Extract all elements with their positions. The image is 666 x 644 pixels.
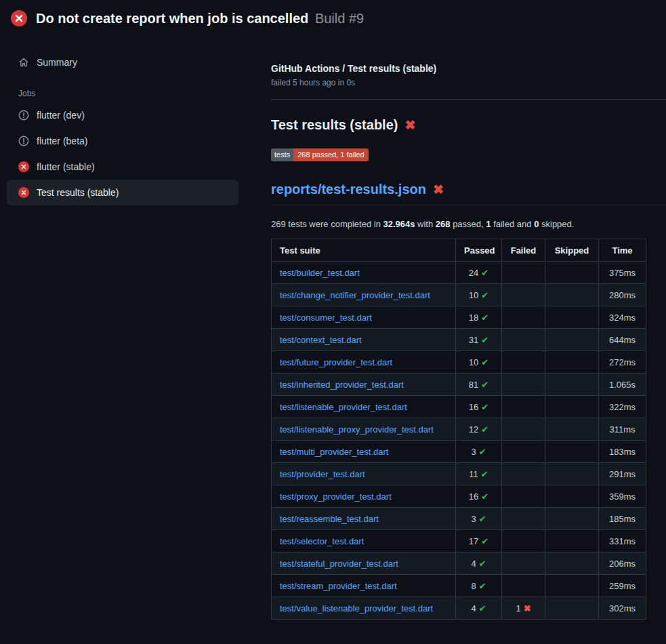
report-file-link[interactable]: reports/test-results.json [271, 182, 426, 197]
suite-cell: test/context_test.dart [272, 329, 456, 351]
passed-cell: 81✔ [456, 374, 502, 396]
divider [271, 99, 666, 100]
check-icon: ✔ [481, 290, 488, 300]
test-suite-link[interactable]: test/reassemble_test.dart [280, 514, 379, 524]
table-row: test/listenable_proxy_provider_test.dart… [272, 418, 646, 441]
job-label: flutter (beta) [37, 136, 87, 146]
test-suite-link[interactable]: test/listenable_provider_test.dart [280, 402, 407, 412]
failed-cell [502, 396, 545, 418]
suite-cell: test/multi_provider_test.dart [272, 441, 456, 463]
test-suite-link[interactable]: test/value_listenable_provider_test.dart [280, 603, 433, 613]
jobs-list: flutter (dev)flutter (beta)flutter (stab… [7, 102, 238, 205]
test-suite-link[interactable]: test/builder_test.dart [280, 268, 360, 278]
skipped-cell [545, 597, 599, 620]
failed-cell [502, 418, 545, 441]
suite-cell: test/change_notifier_provider_test.dart [272, 284, 456, 306]
passed-count: 8 [471, 581, 476, 591]
failed-status-icon [11, 10, 27, 26]
passed-count: 31 [469, 335, 478, 345]
check-icon: ✔ [481, 424, 488, 435]
skipped-cell [545, 418, 599, 441]
sidebar-item-test-results-stable[interactable]: Test results (stable) [7, 180, 238, 205]
passed-count: 24 [469, 268, 478, 278]
time-cell: 311ms [599, 418, 646, 441]
table-row: test/stateful_provider_test.dart4✔206ms [272, 552, 646, 575]
suite-cell: test/stateful_provider_test.dart [272, 552, 456, 575]
failed-x-icon: ✖ [433, 182, 444, 197]
test-suite-link[interactable]: test/provider_test.dart [280, 469, 365, 479]
suite-cell: test/inherited_provider_test.dart [272, 374, 456, 396]
time-cell: 644ms [599, 329, 646, 351]
time-cell: 375ms [599, 262, 646, 284]
badge-label: tests [271, 148, 293, 161]
sidebar-item-summary[interactable]: Summary [7, 49, 238, 75]
failed-cell [502, 262, 545, 284]
passed-cell: 16✔ [456, 396, 502, 418]
page-title: Do not create report when job is cancell… [36, 11, 364, 26]
check-icon: ✔ [479, 581, 486, 591]
test-suite-link[interactable]: test/future_provider_test.dart [280, 357, 392, 367]
table-row: test/listenable_provider_test.dart16✔322… [272, 396, 646, 418]
sidebar-item-flutter-beta[interactable]: flutter (beta) [7, 128, 238, 154]
skipped-cell [545, 530, 599, 552]
cross-icon: ✖ [524, 603, 531, 613]
test-suite-link[interactable]: test/stream_provider_test.dart [280, 581, 397, 591]
table-row: test/future_provider_test.dart10✔272ms [272, 351, 646, 374]
test-suite-link[interactable]: test/inherited_provider_test.dart [280, 380, 404, 390]
table-row: test/builder_test.dart24✔375ms [272, 262, 646, 284]
skipped-cell [545, 329, 599, 351]
time-cell: 324ms [599, 306, 646, 329]
table-row: test/stream_provider_test.dart8✔259ms [272, 575, 646, 597]
time-cell: 259ms [599, 575, 646, 597]
passed-cell: 17✔ [456, 530, 502, 552]
table-body: test/builder_test.dart24✔375mstest/chang… [272, 262, 646, 620]
table-row: test/multi_provider_test.dart3✔183ms [272, 441, 646, 463]
skipped-cell [545, 396, 599, 418]
check-title-text: Test results (stable) [271, 117, 398, 133]
passed-count: 10 [469, 290, 478, 300]
test-suite-link[interactable]: test/change_notifier_provider_test.dart [280, 290, 430, 300]
table-row: test/value_listenable_provider_test.dart… [272, 597, 646, 620]
test-suite-link[interactable]: test/listenable_proxy_provider_test.dart [280, 424, 434, 435]
test-suite-link[interactable]: test/stateful_provider_test.dart [280, 559, 398, 569]
failed-cell [502, 441, 545, 463]
skipped-cell [545, 575, 599, 597]
sidebar-item-flutter-dev[interactable]: flutter (dev) [7, 102, 238, 128]
suite-cell: test/listenable_proxy_provider_test.dart [272, 418, 456, 441]
passed-count: 3 [471, 447, 476, 457]
build-number: Build #9 [315, 11, 364, 26]
check-icon: ✔ [481, 491, 488, 502]
failed-status-icon [18, 161, 29, 172]
test-suite-link[interactable]: test/context_test.dart [280, 335, 362, 345]
skipped-cell [545, 351, 599, 374]
table-row: test/change_notifier_provider_test.dart1… [272, 284, 646, 306]
neutral-status-icon [18, 110, 29, 121]
passed-cell: 10✔ [456, 351, 502, 374]
test-suite-link[interactable]: test/multi_provider_test.dart [280, 447, 388, 457]
failed-status-icon [18, 187, 29, 198]
table-row: test/reassemble_test.dart3✔185ms [272, 508, 646, 530]
failed-x-icon: ✖ [404, 117, 415, 133]
passed-cell: 4✔ [456, 552, 502, 575]
skipped-cell [545, 374, 599, 396]
failed-cell [502, 575, 545, 597]
check-icon: ✔ [479, 514, 486, 524]
check-run-header: Do not create report when job is cancell… [0, 0, 666, 32]
col-test-suite: Test suite [272, 239, 456, 262]
sidebar-item-flutter-stable[interactable]: flutter (stable) [7, 154, 238, 180]
time-cell: 280ms [599, 284, 646, 306]
passed-count: 16 [469, 491, 478, 502]
test-suite-link[interactable]: test/consumer_test.dart [280, 313, 372, 323]
test-suite-link[interactable]: test/proxy_provider_test.dart [280, 491, 392, 502]
suite-cell: test/selector_test.dart [272, 530, 456, 552]
passed-cell: 24✔ [456, 262, 502, 284]
time-cell: 322ms [599, 396, 646, 418]
failed-cell [502, 284, 545, 306]
check-icon: ✔ [479, 603, 486, 613]
time-cell: 272ms [599, 351, 646, 374]
report-heading: reports/test-results.json ✖ [271, 182, 666, 205]
test-suite-link[interactable]: test/selector_test.dart [280, 536, 364, 546]
results-table: Test suite Passed Failed Skipped Time te… [271, 239, 646, 620]
table-row: test/consumer_test.dart18✔324ms [272, 306, 646, 329]
suite-cell: test/reassemble_test.dart [272, 508, 456, 530]
